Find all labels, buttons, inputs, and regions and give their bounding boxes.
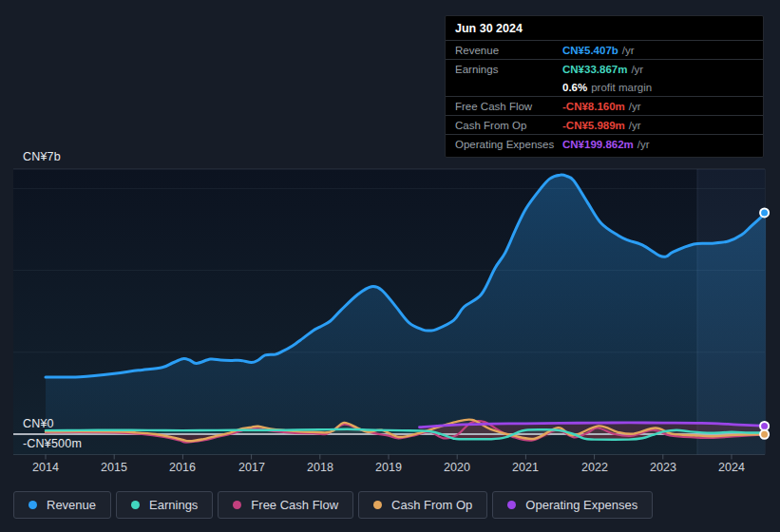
x-axis-label-2015: 2015: [93, 461, 135, 474]
free-cash-flow-dot-icon: [233, 501, 241, 509]
cash-from-op-value: -CN¥5.989m: [562, 120, 625, 131]
y-axis-label-zero: CN¥0: [23, 417, 54, 430]
x-axis-label-2020: 2020: [436, 461, 478, 474]
legend-label: Free Cash Flow: [251, 498, 338, 512]
x-axis-label-2014: 2014: [25, 461, 67, 474]
x-axis-label-2022: 2022: [574, 461, 616, 474]
y-axis-label-neg500m: -CN¥500m: [23, 437, 82, 450]
legend-label: Operating Expenses: [525, 498, 637, 512]
x-axis-label-2023: 2023: [642, 461, 684, 474]
tooltip-row-earnings: Earnings CN¥33.867m /yr: [446, 59, 763, 78]
legend-item-earnings[interactable]: Earnings: [116, 491, 213, 519]
revenue-dot-icon: [29, 501, 37, 509]
legend-label: Earnings: [149, 498, 198, 512]
legend-item-free-cash-flow[interactable]: Free Cash Flow: [218, 491, 353, 519]
revenue-value: CN¥5.407b: [562, 45, 618, 56]
x-axis-label-2024: 2024: [711, 461, 752, 474]
chart-legend: Revenue Earnings Free Cash Flow Cash Fro…: [13, 491, 653, 519]
free-cash-flow-value: -CN¥8.160m: [562, 101, 625, 112]
hover-tooltip-panel: Jun 30 2024 Revenue CN¥5.407b /yr Earnin…: [445, 15, 764, 158]
x-axis-label-2016: 2016: [162, 461, 203, 474]
tooltip-row-profit-margin: 0.6% profit margin: [446, 78, 763, 96]
tooltip-row-operating-expenses: Operating Expenses CN¥199.862m /yr: [446, 134, 763, 153]
legend-label: Revenue: [47, 498, 96, 512]
financial-history-chart: CN¥7b CN¥0 -CN¥500m 2014 2015 2016 2017 …: [0, 0, 780, 532]
tooltip-date: Jun 30 2024: [446, 16, 763, 40]
x-axis-label-2019: 2019: [368, 461, 409, 474]
operating-expenses-dot-icon: [507, 501, 516, 509]
tooltip-row-revenue: Revenue CN¥5.407b /yr: [446, 40, 763, 59]
legend-label: Cash From Op: [391, 498, 472, 512]
earnings-dot-icon: [131, 501, 140, 509]
tooltip-row-cash-from-op: Cash From Op -CN¥5.989m /yr: [446, 115, 763, 134]
legend-item-operating-expenses[interactable]: Operating Expenses: [492, 491, 653, 519]
tooltip-row-free-cash-flow: Free Cash Flow -CN¥8.160m /yr: [446, 96, 763, 115]
operating-expenses-value: CN¥199.862m: [562, 139, 634, 150]
x-axis-label-2018: 2018: [299, 461, 341, 474]
x-axis-label-2017: 2017: [231, 461, 273, 474]
cash-from-op-dot-icon: [373, 501, 382, 509]
legend-item-revenue[interactable]: Revenue: [13, 491, 111, 519]
legend-item-cash-from-op[interactable]: Cash From Op: [358, 491, 487, 519]
profit-margin-value: 0.6%: [562, 82, 587, 93]
earnings-value: CN¥33.867m: [562, 64, 627, 75]
y-axis-label-7b: CN¥7b: [23, 150, 61, 163]
x-axis-label-2021: 2021: [504, 461, 546, 474]
